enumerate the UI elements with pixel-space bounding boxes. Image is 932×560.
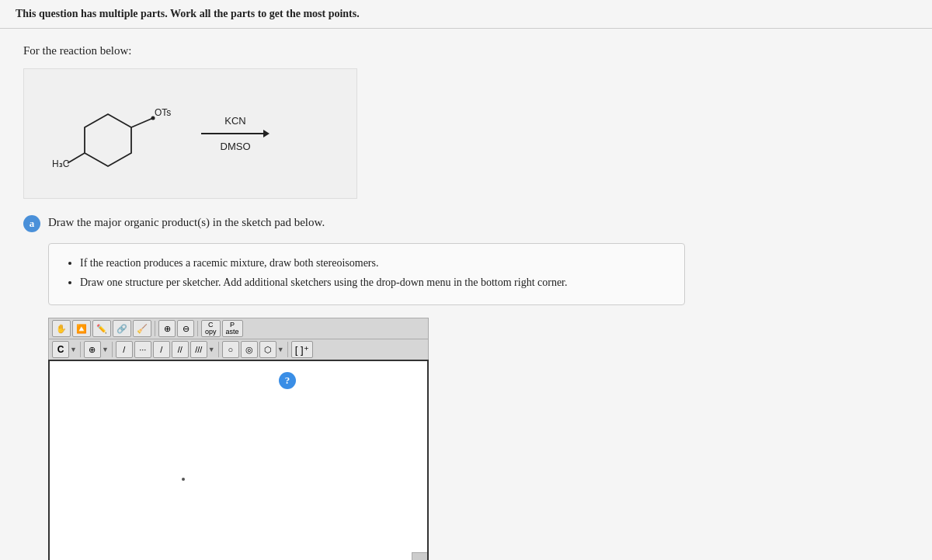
bond-dropdown-arrow[interactable]: ▼ [208, 346, 215, 353]
reaction-svg-container: OTs H₃C KCN DMSO [38, 83, 333, 184]
instructions-box: If the reaction produces a racemic mixtu… [48, 243, 685, 305]
bracket-button[interactable]: [ ]⁺ [291, 341, 313, 358]
reaction-box: OTs H₃C KCN DMSO [23, 68, 357, 199]
triple-bond-button[interactable]: /// [190, 341, 207, 358]
reagent2-label: DMSO [221, 141, 251, 152]
eraser-tool-button[interactable]: 🧹 [133, 320, 151, 337]
sketcher-toolbar-bottom: C ▼ ⊕ ▼ / ··· / // /// ▼ ○ ◎ ⬡ [48, 339, 429, 360]
instructions-list: If the reaction produces a racemic mixtu… [64, 255, 669, 290]
separator2 [197, 321, 198, 336]
sketcher-canvas[interactable]: ? [48, 360, 429, 560]
separator4 [112, 342, 113, 357]
reagent1-label: KCN [224, 115, 245, 127]
hand-tool-button[interactable]: ✋ [52, 320, 71, 337]
element-selector-group: C ▼ [52, 341, 77, 358]
methyl-label: H₃C [52, 158, 70, 169]
circle-button[interactable]: ○ [222, 341, 239, 358]
charge-button[interactable]: ⊕ [84, 341, 101, 358]
pencil-tool-button[interactable]: ✏️ [92, 320, 111, 337]
svg-marker-0 [85, 114, 131, 166]
main-content: For the reaction below: OTs H₃C KCN [0, 29, 932, 560]
copy-button[interactable]: Copy [201, 320, 221, 337]
zoom-in-button[interactable]: ⊕ [158, 320, 176, 337]
part-badge-a: a [23, 215, 40, 232]
instruction-item-1: If the reaction produces a racemic mixtu… [80, 255, 669, 271]
bond-group: /// ▼ [190, 341, 215, 358]
banner-text: This question has multiple parts. Work a… [16, 8, 360, 19]
canvas-resize-handle[interactable] [412, 552, 427, 560]
part-a-instruction: Draw the major organic product(s) in the… [48, 214, 325, 229]
zoom-out-button[interactable]: ⊖ [177, 320, 194, 337]
svg-line-3 [68, 153, 85, 163]
arrow-container [201, 130, 270, 137]
top-banner: This question has multiple parts. Work a… [0, 0, 932, 29]
question-part-a: a Draw the major organic product(s) in t… [23, 214, 909, 232]
sketcher-area: ✋ 🔼 ✏️ 🔗 🧹 ⊕ ⊖ Copy Paste [48, 318, 909, 560]
line-tool-button[interactable]: / [116, 341, 133, 358]
ring-group: ⬡ ▼ [259, 341, 284, 358]
separator1 [155, 321, 155, 336]
charge-group: ⊕ ▼ [84, 341, 109, 358]
separator3 [80, 342, 81, 357]
separator5 [218, 342, 219, 357]
sketcher-toolbar-top: ✋ 🔼 ✏️ 🔗 🧹 ⊕ ⊖ Copy Paste [48, 318, 429, 339]
ring-dropdown-arrow[interactable]: ▼ [277, 346, 284, 353]
carbon-element-button[interactable]: C [52, 341, 69, 358]
reaction-arrow-area: KCN DMSO [201, 115, 270, 152]
arrow-head [263, 130, 270, 137]
help-button[interactable]: ? [279, 372, 296, 389]
ring-button[interactable]: ◎ [241, 341, 258, 358]
svg-line-1 [131, 118, 153, 127]
element-dropdown-arrow[interactable]: ▼ [70, 346, 77, 353]
lasso-tool-button[interactable]: 🔗 [113, 320, 131, 337]
molecule-svg: OTs H₃C [38, 83, 193, 184]
ots-label: OTs [155, 107, 171, 118]
reaction-label: For the reaction below: [23, 44, 909, 57]
paste-button[interactable]: Paste [222, 320, 243, 337]
dotted-line-button[interactable]: ··· [134, 341, 151, 358]
double-bond-button[interactable]: // [172, 341, 189, 358]
hex-ring-button[interactable]: ⬡ [259, 341, 276, 358]
canvas-dot [182, 478, 185, 481]
arrow-tool-button[interactable]: 🔼 [72, 320, 91, 337]
charge-dropdown-arrow[interactable]: ▼ [102, 346, 109, 353]
reaction-line [201, 133, 263, 134]
instruction-item-2: Draw one structure per sketcher. Add add… [80, 274, 669, 290]
separator6 [287, 342, 288, 357]
single-bond-button[interactable]: / [153, 341, 170, 358]
